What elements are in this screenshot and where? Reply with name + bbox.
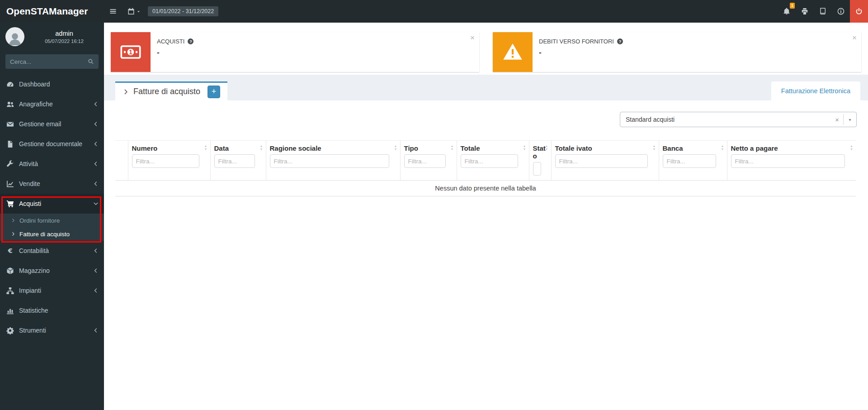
sidebar-item-label: Strumenti bbox=[19, 327, 93, 334]
sidebar-item-strumenti[interactable]: Strumenti bbox=[0, 320, 104, 340]
sidebar-item-impianti[interactable]: Impianti bbox=[0, 281, 104, 300]
widgets-row: 1 ACQUISTI ? - × DEBITI VERSO FORNITORI … bbox=[104, 23, 868, 75]
caret-down-icon[interactable]: ▾ bbox=[844, 117, 856, 122]
chevron-left-icon bbox=[93, 328, 99, 333]
book-icon bbox=[819, 8, 826, 15]
column-header-netto-a-pagare[interactable]: Netto a pagare▲▼ bbox=[727, 141, 856, 181]
cube-icon bbox=[6, 267, 14, 275]
filter-input-banca[interactable] bbox=[663, 154, 716, 168]
chevron-down-icon bbox=[93, 201, 99, 206]
clear-selection-icon[interactable]: × bbox=[831, 116, 843, 124]
column-header-banca[interactable]: Banca▲▼ bbox=[659, 141, 727, 181]
sidebar-item-anagrafiche[interactable]: Anagrafiche bbox=[0, 94, 104, 114]
column-header-data[interactable]: Data▲▼ bbox=[210, 141, 266, 181]
date-range-badge[interactable]: 01/01/2022 - 31/12/2022 bbox=[148, 6, 218, 16]
filter-input-totale[interactable] bbox=[461, 154, 518, 168]
column-label: Data bbox=[214, 144, 229, 152]
sort-icons[interactable]: ▲▼ bbox=[523, 145, 526, 151]
column-header-tipo[interactable]: Tipo▲▼ bbox=[400, 141, 457, 181]
column-label: Stato bbox=[533, 144, 546, 160]
app-logo[interactable]: OpenSTAManager bbox=[0, 0, 104, 23]
tab-fatture-di-acquisto[interactable]: Fatture di acquisto + bbox=[115, 81, 227, 100]
sort-desc-icon: ▼ bbox=[523, 148, 526, 151]
chevron-right-icon bbox=[123, 89, 129, 95]
sort-icons[interactable]: ▲▼ bbox=[394, 145, 397, 151]
docs-button[interactable] bbox=[814, 0, 832, 23]
sidebar-item-attivita[interactable]: Attività bbox=[0, 154, 104, 174]
filter-input-netto-a-pagare[interactable] bbox=[731, 154, 845, 168]
sidebar-item-label: Attività bbox=[19, 160, 93, 167]
filter-input-ragione-sociale[interactable] bbox=[270, 154, 389, 168]
file-icon bbox=[6, 140, 14, 148]
column-header-totale[interactable]: Totale▲▼ bbox=[457, 141, 529, 181]
sidebar-search bbox=[5, 54, 99, 69]
column-header-stato[interactable]: Stato▲▼ bbox=[529, 141, 551, 181]
plugin-select[interactable]: Standard acquisti × ▾ bbox=[620, 112, 857, 127]
sort-icons[interactable]: ▲▼ bbox=[451, 145, 454, 151]
calendar-button[interactable] bbox=[122, 0, 146, 23]
close-icon[interactable]: × bbox=[851, 33, 858, 43]
sidebar-item-label: Gestione email bbox=[19, 120, 93, 128]
help-icon[interactable]: ? bbox=[617, 38, 623, 44]
search-button[interactable] bbox=[83, 54, 99, 69]
sidebar-item-label: Acquisti bbox=[19, 200, 93, 207]
filter-input-stato[interactable] bbox=[533, 162, 541, 176]
column-header-numero[interactable]: Numero▲▼ bbox=[128, 141, 210, 181]
column-label: Ragione sociale bbox=[270, 144, 321, 152]
sidebar: admin 05/07/2022 16:12 Dashboard Anagraf… bbox=[0, 23, 104, 410]
print-button[interactable] bbox=[796, 0, 814, 23]
filter-input-data[interactable] bbox=[214, 154, 255, 168]
close-icon[interactable]: × bbox=[469, 33, 476, 43]
sidebar-item-label: Magazzino bbox=[19, 267, 93, 274]
wrench-icon bbox=[6, 160, 14, 168]
logout-button[interactable] bbox=[850, 0, 868, 23]
search-input[interactable] bbox=[5, 54, 83, 69]
column-header-ragione-sociale[interactable]: Ragione sociale▲▼ bbox=[266, 141, 400, 181]
sort-desc-icon: ▼ bbox=[653, 148, 656, 151]
sidebar-item-label: Gestione documentale bbox=[19, 140, 93, 148]
widget-acquisti[interactable]: 1 ACQUISTI ? - × bbox=[111, 32, 479, 72]
notifications-button[interactable]: 1 bbox=[778, 0, 796, 23]
chevron-left-icon bbox=[93, 101, 99, 107]
users-icon bbox=[6, 100, 14, 108]
sidebar-item-statistiche[interactable]: Statistiche bbox=[0, 300, 104, 320]
sort-icons[interactable]: ▲▼ bbox=[653, 145, 656, 151]
sidebar-item-gestione-documentale[interactable]: Gestione documentale bbox=[0, 134, 104, 154]
chevron-left-icon bbox=[93, 161, 99, 167]
sidebar-item-magazzino[interactable]: Magazzino bbox=[0, 261, 104, 281]
column-header-select bbox=[115, 141, 128, 181]
chevron-right-icon bbox=[11, 218, 15, 223]
sort-desc-icon: ▼ bbox=[721, 148, 724, 151]
filter-input-tipo[interactable] bbox=[404, 154, 446, 168]
sidebar-item-label: Dashboard bbox=[19, 81, 99, 88]
column-header-totale-ivato[interactable]: Totale ivato▲▼ bbox=[551, 141, 659, 181]
sort-desc-icon: ▼ bbox=[545, 148, 548, 151]
tab-fatturazione-elettronica[interactable]: Fatturazione Elettronica bbox=[771, 81, 860, 100]
sidebar-subitem-fatture-di-acquisto[interactable]: Fatture di acquisto bbox=[0, 227, 104, 241]
sidebar-subitem-ordini-fornitore[interactable]: Ordini fornitore bbox=[0, 214, 104, 227]
sort-icons[interactable]: ▲▼ bbox=[545, 145, 548, 151]
sort-icons[interactable]: ▲▼ bbox=[260, 145, 263, 151]
sort-icons[interactable]: ▲▼ bbox=[204, 145, 208, 151]
plugin-select-value: Standard acquisti bbox=[620, 116, 831, 123]
sidebar-toggle-button[interactable] bbox=[104, 0, 122, 23]
sidebar-item-gestione-email[interactable]: Gestione email bbox=[0, 114, 104, 134]
filter-input-numero[interactable] bbox=[132, 154, 199, 168]
sidebar-item-label: Impianti bbox=[19, 287, 93, 294]
bell-icon bbox=[783, 8, 790, 15]
widget-icon-box bbox=[493, 32, 533, 72]
filter-input-totale-ivato[interactable] bbox=[555, 154, 648, 168]
sort-icons[interactable]: ▲▼ bbox=[850, 145, 853, 151]
help-icon[interactable]: ? bbox=[188, 38, 193, 44]
add-invoice-button[interactable]: + bbox=[208, 86, 220, 98]
sort-desc-icon: ▼ bbox=[394, 148, 397, 151]
sort-icons[interactable]: ▲▼ bbox=[721, 145, 724, 151]
sitemap-icon bbox=[6, 287, 14, 295]
widget-debiti-verso-fornitori[interactable]: DEBITI VERSO FORNITORI ? - × bbox=[493, 32, 861, 72]
tab-content: Standard acquisti × ▾ Numero▲▼ Data▲▼ bbox=[104, 100, 868, 410]
sidebar-item-vendite[interactable]: Vendite bbox=[0, 174, 104, 194]
info-button[interactable] bbox=[832, 0, 850, 23]
sidebar-item-acquisti[interactable]: Acquisti Ordini fornitore Fatture di acq… bbox=[0, 194, 104, 241]
sidebar-item-contabilita[interactable]: € Contabilità bbox=[0, 241, 104, 261]
sidebar-item-dashboard[interactable]: Dashboard bbox=[0, 74, 104, 94]
